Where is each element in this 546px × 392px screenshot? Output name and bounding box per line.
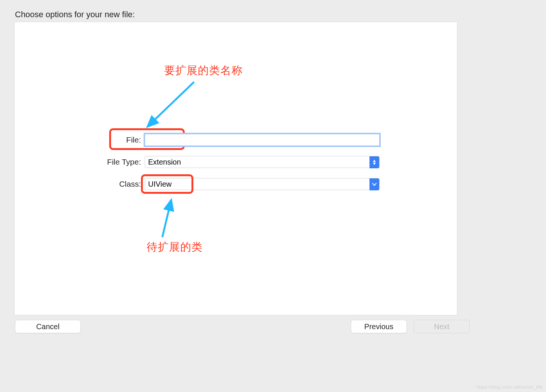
next-button: Next (414, 320, 470, 333)
annotation-arrow-top-icon (138, 78, 202, 134)
previous-button[interactable]: Previous (351, 320, 407, 333)
file-input[interactable] (145, 134, 380, 146)
chevron-down-icon[interactable] (369, 178, 379, 190)
svg-line-1 (162, 200, 171, 237)
row-class: Class: UIView (100, 178, 380, 190)
annotation-arrow-bottom-icon (151, 196, 181, 241)
file-type-select[interactable]: Extension (145, 156, 380, 168)
label-file: File: (100, 135, 145, 144)
cancel-button[interactable]: Cancel (15, 320, 81, 333)
class-select[interactable]: UIView (145, 178, 380, 190)
content-panel: 要扩展的类名称 File: File Type: Extension (14, 22, 457, 315)
class-value: UIView (148, 180, 172, 189)
watermark-text: https://blog.csdn.net/same_life (476, 384, 542, 390)
svg-line-0 (147, 82, 194, 127)
file-type-value: Extension (148, 158, 181, 166)
dialog-title: Choose options for your new file: (15, 10, 135, 19)
stepper-updown-icon[interactable] (369, 156, 379, 168)
row-file: File: (100, 134, 380, 146)
annotation-bottom-text: 待扩展的类 (147, 240, 203, 255)
label-file-type: File Type: (100, 157, 145, 166)
label-class: Class: (100, 180, 145, 189)
row-file-type: File Type: Extension (100, 156, 380, 168)
annotation-top-text: 要扩展的类名称 (164, 63, 243, 78)
